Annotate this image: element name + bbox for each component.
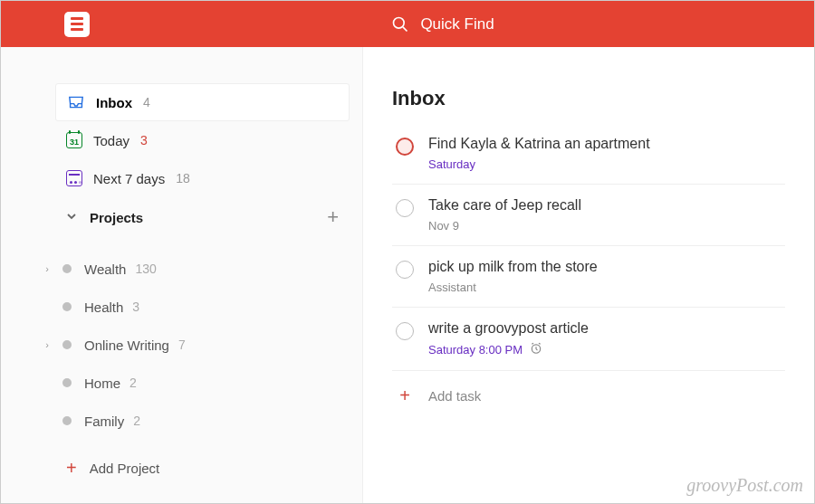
task-title: write a groovypost article bbox=[428, 320, 785, 337]
project-label: Health bbox=[84, 300, 123, 315]
watermark: groovyPost.com bbox=[686, 475, 803, 496]
search-icon bbox=[391, 15, 409, 33]
quick-find-placeholder: Quick Find bbox=[420, 15, 494, 33]
sidebar-project-wealth[interactable]: › Wealth 130 bbox=[41, 250, 350, 288]
view-label: Today bbox=[93, 133, 129, 148]
view-count: 3 bbox=[140, 133, 148, 147]
chevron-right-icon[interactable]: › bbox=[41, 339, 53, 350]
next-7-days-icon bbox=[66, 170, 82, 186]
svg-line-1 bbox=[403, 26, 408, 31]
sidebar-view-today[interactable]: 31 Today 3 bbox=[55, 121, 350, 159]
task-checkbox[interactable] bbox=[396, 138, 414, 156]
project-list: › Wealth 130 Health 3 › Online Writing 7 bbox=[1, 237, 362, 440]
task-due-date: Saturday 8:00 PM bbox=[428, 342, 785, 357]
add-project-icon[interactable]: + bbox=[327, 205, 339, 229]
plus-icon: + bbox=[66, 458, 77, 479]
sidebar: Inbox 4 31 Today 3 Next 7 days 18 Projec… bbox=[1, 47, 363, 503]
project-count: 2 bbox=[129, 376, 137, 390]
task-project-tag: Assistant bbox=[428, 281, 785, 294]
task-row[interactable]: Find Kayla & Katrina an apartment Saturd… bbox=[392, 136, 785, 185]
project-count: 3 bbox=[132, 300, 139, 314]
task-row[interactable]: write a groovypost article Saturday 8:00… bbox=[392, 308, 785, 371]
body: Inbox 4 31 Today 3 Next 7 days 18 Projec… bbox=[1, 47, 814, 503]
sidebar-project-online-writing[interactable]: › Online Writing 7 bbox=[41, 326, 350, 364]
sidebar-view-inbox[interactable]: Inbox 4 bbox=[55, 83, 350, 121]
task-title: pick up milk from the store bbox=[428, 259, 785, 275]
project-color-dot bbox=[62, 340, 72, 349]
task-body: Find Kayla & Katrina an apartment Saturd… bbox=[428, 136, 785, 171]
task-title: Find Kayla & Katrina an apartment bbox=[428, 136, 785, 152]
view-count: 4 bbox=[143, 95, 150, 109]
task-body: pick up milk from the store Assistant bbox=[428, 259, 785, 294]
project-color-dot bbox=[62, 264, 72, 273]
task-title: Take care of Jeep recall bbox=[428, 197, 785, 214]
task-body: write a groovypost article Saturday 8:00… bbox=[428, 320, 785, 357]
project-color-dot bbox=[62, 378, 72, 387]
today-icon: 31 bbox=[66, 132, 82, 148]
task-checkbox[interactable] bbox=[396, 322, 414, 340]
add-task-button[interactable]: + Add task bbox=[392, 371, 785, 406]
sidebar-project-health[interactable]: Health 3 bbox=[41, 288, 350, 326]
task-row[interactable]: pick up milk from the store Assistant bbox=[392, 246, 785, 308]
add-project-button[interactable]: + Add Project bbox=[1, 449, 362, 487]
app-window: Quick Find Inbox 4 31 Today 3 Next 7 day… bbox=[0, 0, 815, 504]
reminder-icon bbox=[530, 342, 542, 357]
project-label: Online Writing bbox=[84, 338, 169, 353]
sidebar-project-home[interactable]: Home 2 bbox=[41, 364, 350, 402]
inbox-icon bbox=[67, 95, 85, 109]
task-body: Take care of Jeep recall Nov 9 bbox=[428, 197, 785, 233]
add-project-label: Add Project bbox=[90, 461, 160, 476]
project-color-dot bbox=[62, 302, 72, 311]
project-count: 2 bbox=[133, 414, 140, 428]
view-list: Inbox 4 31 Today 3 Next 7 days 18 bbox=[1, 83, 362, 197]
sidebar-view-next7days[interactable]: Next 7 days 18 bbox=[55, 159, 350, 197]
view-count: 18 bbox=[176, 171, 190, 185]
chevron-down-icon bbox=[66, 209, 77, 225]
task-due-date: Nov 9 bbox=[428, 219, 785, 233]
chevron-right-icon[interactable]: › bbox=[41, 263, 53, 274]
projects-header[interactable]: Projects + bbox=[1, 197, 362, 237]
quick-find[interactable]: Quick Find bbox=[391, 15, 494, 33]
project-count: 7 bbox=[178, 338, 186, 352]
project-label: Wealth bbox=[84, 262, 126, 277]
view-label: Inbox bbox=[96, 95, 132, 110]
plus-icon: + bbox=[396, 385, 414, 406]
project-label: Family bbox=[84, 414, 124, 429]
task-checkbox[interactable] bbox=[396, 199, 414, 217]
task-due-date: Saturday bbox=[428, 157, 785, 171]
sidebar-project-family[interactable]: Family 2 bbox=[41, 402, 350, 440]
projects-header-label: Projects bbox=[90, 210, 327, 225]
task-checkbox[interactable] bbox=[396, 261, 414, 279]
add-task-label: Add task bbox=[428, 388, 481, 404]
project-color-dot bbox=[62, 416, 72, 425]
page-title: Inbox bbox=[392, 87, 785, 110]
main-content: Inbox Find Kayla & Katrina an apartment … bbox=[363, 47, 814, 503]
project-count: 130 bbox=[135, 262, 156, 276]
svg-point-0 bbox=[394, 17, 405, 28]
app-logo-icon[interactable] bbox=[64, 12, 90, 37]
task-row[interactable]: Take care of Jeep recall Nov 9 bbox=[392, 185, 785, 246]
project-label: Home bbox=[84, 376, 120, 391]
top-bar: Quick Find bbox=[1, 1, 814, 47]
view-label: Next 7 days bbox=[93, 171, 165, 186]
